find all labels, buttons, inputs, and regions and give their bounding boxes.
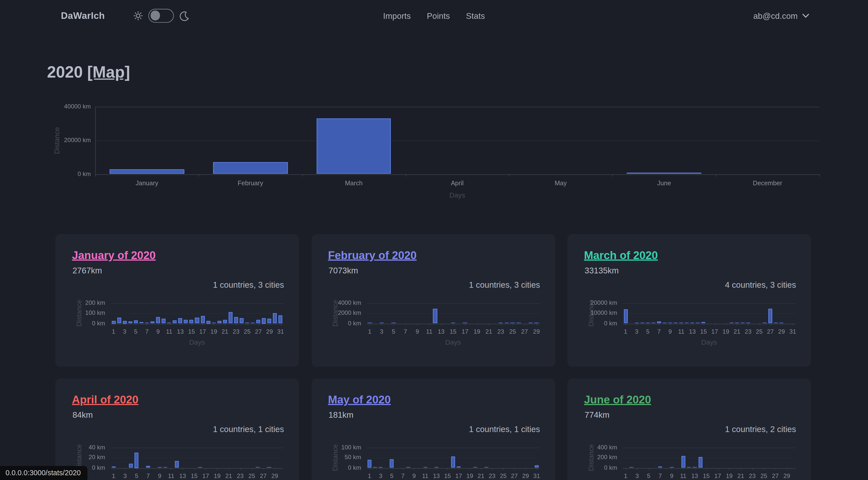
month-link[interactable]: May of 2020	[328, 393, 391, 406]
bar	[473, 467, 477, 468]
bar	[223, 320, 227, 323]
x-tick-label: 29	[776, 472, 798, 480]
x-tick-mark	[660, 468, 661, 470]
x-tick-label: 31	[782, 328, 804, 335]
x-tick-mark	[406, 174, 406, 176]
grid-line	[623, 448, 796, 448]
month-link[interactable]: March of 2020	[584, 249, 658, 261]
x-axis-title: Days	[449, 191, 465, 199]
nav-link-imports[interactable]: Imports	[383, 11, 411, 20]
x-tick-mark	[281, 323, 281, 325]
x-tick-mark	[405, 323, 406, 325]
theme-toggle-switch[interactable]	[149, 9, 174, 23]
x-tick-mark	[270, 323, 270, 325]
bar	[685, 323, 689, 324]
y-tick-label: 20000 km	[567, 299, 617, 307]
month-daily-chart: Distance0 km20 km40 km135791113151719212…	[55, 439, 299, 480]
bar	[674, 323, 678, 324]
x-tick-mark	[515, 468, 515, 470]
month-link[interactable]: April of 2020	[72, 393, 138, 406]
x-tick-mark	[441, 323, 442, 325]
x-tick-mark	[626, 468, 626, 470]
x-tick-mark	[626, 323, 626, 325]
bar	[255, 467, 259, 468]
bar	[528, 323, 533, 324]
month-card: March of 2020 33135km 4 countries, 3 cit…	[567, 234, 811, 367]
x-tick-mark	[394, 323, 394, 325]
x-tick-label: June	[639, 180, 689, 186]
nav-link-points[interactable]: Points	[427, 11, 450, 20]
x-tick-mark	[275, 468, 275, 470]
grid-line	[111, 313, 284, 314]
bar	[140, 322, 143, 324]
x-tick-mark	[737, 323, 737, 325]
x-tick-mark	[718, 468, 718, 470]
x-tick-mark	[787, 468, 787, 470]
x-tick-mark	[392, 468, 392, 470]
x-tick-mark	[194, 468, 195, 470]
bar	[681, 456, 685, 468]
x-axis-title: Days	[445, 339, 461, 346]
bar	[135, 453, 138, 468]
month-link[interactable]: January of 2020	[72, 249, 156, 261]
month-countries-cities: 1 countries, 1 cities	[55, 424, 284, 434]
bar	[234, 317, 238, 323]
y-tick-label: 200 km	[55, 299, 105, 307]
bar	[206, 321, 210, 323]
bar	[730, 323, 733, 324]
month-distance: 7073km	[329, 266, 538, 275]
month-daily-chart: Distance0 km10000 km20000 km135791113151…	[567, 295, 811, 350]
x-tick-mark	[730, 468, 730, 470]
month-card: April of 2020 84km 1 countries, 1 cities…	[55, 379, 299, 480]
grid-line	[111, 448, 284, 448]
x-tick-mark	[793, 323, 793, 325]
bar	[627, 173, 702, 174]
month-link[interactable]: June of 2020	[584, 393, 651, 406]
x-tick-mark	[764, 468, 764, 470]
x-tick-mark	[225, 323, 225, 325]
user-menu[interactable]: ab@cd.com	[753, 11, 809, 20]
x-tick-mark	[240, 468, 241, 470]
y-tick-label: 50 km	[311, 454, 361, 461]
x-tick-label: 29	[264, 472, 286, 480]
x-tick-mark	[160, 468, 160, 470]
x-tick-mark	[459, 468, 459, 470]
bar	[240, 318, 243, 323]
bar	[228, 312, 232, 323]
bar	[184, 320, 188, 324]
page-title-year: 2020	[47, 63, 83, 81]
x-tick-mark	[637, 468, 638, 470]
x-tick-mark	[716, 174, 716, 176]
x-tick-mark	[489, 323, 489, 325]
x-tick-mark	[782, 323, 782, 325]
x-tick-mark	[775, 468, 776, 470]
x-tick-mark	[247, 323, 248, 325]
bar	[451, 456, 455, 468]
month-link[interactable]: February of 2020	[328, 249, 417, 261]
grid-line	[367, 313, 539, 314]
bar	[517, 323, 521, 324]
bar	[279, 316, 283, 323]
bar	[195, 318, 199, 323]
grid-line	[95, 140, 819, 141]
bar	[741, 323, 744, 324]
bar	[407, 467, 410, 468]
bar	[624, 309, 627, 323]
month-daily-chart: Distance0 km100 km200 km1357911131517192…	[55, 295, 299, 350]
bar	[267, 467, 271, 468]
x-tick-mark	[171, 468, 172, 470]
month-distance: 2767km	[72, 266, 282, 275]
bar	[217, 321, 221, 323]
nav-link-stats[interactable]: Stats	[466, 11, 485, 20]
map-link[interactable]: [Map]	[87, 63, 130, 81]
bar	[128, 321, 132, 323]
x-tick-mark	[136, 323, 136, 325]
bar	[162, 319, 165, 324]
bar	[110, 169, 184, 174]
grid-line	[623, 458, 796, 458]
y-tick-label: 0 km	[567, 464, 617, 471]
y-tick-label: 0 km	[567, 320, 617, 327]
bar	[629, 467, 633, 468]
bar	[163, 467, 167, 468]
y-tick-label: 0 km	[311, 320, 361, 327]
